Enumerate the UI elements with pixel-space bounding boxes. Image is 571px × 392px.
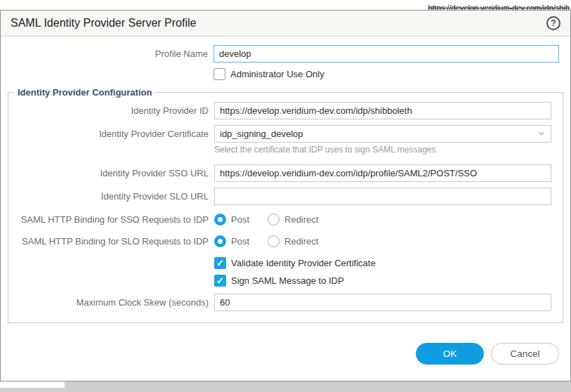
help-icon[interactable]: ? bbox=[546, 16, 560, 30]
idp-configuration-legend: Identity Provider Configuration bbox=[14, 87, 155, 98]
idp-id-input[interactable] bbox=[214, 102, 551, 119]
idp-id-row: Identity Provider ID bbox=[8, 102, 563, 119]
clock-skew-row: Maximum Clock Skew (seconds) bbox=[8, 294, 563, 311]
idp-certificate-select[interactable]: idp_signing_develop ⌄ bbox=[214, 125, 551, 143]
sign-saml-checkbox[interactable]: ✓ bbox=[214, 275, 226, 287]
background-page-bottom-white bbox=[0, 381, 65, 388]
profile-name-input[interactable] bbox=[214, 45, 559, 63]
clock-skew-label: Maximum Clock Skew (seconds) bbox=[8, 296, 214, 308]
sso-url-label: Identity Provider SSO URL bbox=[8, 167, 214, 179]
idp-id-label: Identity Provider ID bbox=[8, 105, 214, 117]
radio-post[interactable] bbox=[214, 235, 226, 247]
radio-post-label: Post bbox=[231, 214, 249, 225]
profile-name-label: Profile Name bbox=[1, 48, 214, 60]
saml-idp-server-profile-dialog: SAML Identity Provider Server Profile ? … bbox=[0, 10, 571, 381]
dialog-title: SAML Identity Provider Server Profile bbox=[11, 17, 196, 30]
check-icon: ✓ bbox=[216, 259, 224, 268]
background-page-top: https://develop.veridium-dev.com/idp/shi… bbox=[0, 0, 571, 10]
sso-binding-redirect-option[interactable]: Redirect bbox=[268, 214, 318, 226]
sso-url-input[interactable] bbox=[214, 164, 551, 182]
sso-binding-row: SAML HTTP Binding for SSO Requests to ID… bbox=[8, 214, 563, 226]
admin-only-row: ✓ Administrator Use Only bbox=[1, 68, 570, 80]
clock-skew-input[interactable] bbox=[214, 294, 551, 311]
slo-url-label: Identity Provider SLO URL bbox=[8, 190, 214, 202]
dialog-footer: OK Cancel bbox=[1, 343, 570, 365]
slo-binding-row: SAML HTTP Binding for SLO Requests to ID… bbox=[8, 235, 563, 247]
sso-binding-post-option[interactable]: Post bbox=[214, 214, 249, 226]
idp-certificate-hint: Select the certificate that IDP uses to … bbox=[214, 145, 436, 155]
idp-certificate-label: Identity Provider Certificate bbox=[8, 128, 214, 140]
validate-cert-label: Validate Identity Provider Certificate bbox=[231, 258, 376, 268]
radio-post[interactable] bbox=[214, 214, 226, 226]
check-icon: ✓ bbox=[216, 276, 224, 285]
ok-button[interactable]: OK bbox=[416, 343, 484, 365]
radio-redirect[interactable] bbox=[268, 214, 280, 226]
idp-certificate-value: idp_signing_develop bbox=[220, 129, 303, 139]
dialog-body: Profile Name ✓ Administrator Use Only Id… bbox=[1, 37, 570, 381]
sign-saml-label: Sign SAML Message to IDP bbox=[231, 275, 344, 286]
admin-only-label: Administrator Use Only bbox=[230, 69, 324, 79]
background-page-bottom bbox=[0, 381, 571, 392]
cancel-button[interactable]: Cancel bbox=[491, 343, 559, 365]
slo-binding-post-option[interactable]: Post bbox=[214, 235, 249, 247]
validate-cert-checkbox[interactable]: ✓ bbox=[214, 257, 226, 269]
radio-redirect[interactable] bbox=[268, 235, 280, 247]
profile-name-row: Profile Name bbox=[1, 45, 570, 63]
sso-binding-label: SAML HTTP Binding for SSO Requests to ID… bbox=[8, 214, 214, 226]
slo-binding-redirect-option[interactable]: Redirect bbox=[268, 235, 318, 247]
radio-post-label: Post bbox=[231, 236, 249, 247]
slo-url-input[interactable] bbox=[214, 188, 551, 205]
slo-url-row: Identity Provider SLO URL bbox=[8, 188, 563, 205]
dialog-header: SAML Identity Provider Server Profile ? bbox=[1, 11, 570, 37]
admin-only-checkbox[interactable]: ✓ bbox=[214, 68, 225, 80]
idp-configuration-group: Identity Provider Configuration Identity… bbox=[8, 87, 563, 323]
slo-binding-label: SAML HTTP Binding for SLO Requests to ID… bbox=[8, 235, 214, 247]
validate-cert-row: ✓ Validate Identity Provider Certificate bbox=[8, 257, 563, 269]
idp-certificate-hint-row: Select the certificate that IDP uses to … bbox=[8, 145, 563, 155]
idp-certificate-row: Identity Provider Certificate idp_signin… bbox=[8, 125, 563, 143]
background-url-text: https://develop.veridium-dev.com/idp/shi… bbox=[428, 4, 571, 10]
sso-url-row: Identity Provider SSO URL bbox=[8, 164, 563, 182]
chevron-down-icon: ⌄ bbox=[537, 128, 546, 135]
page: https://develop.veridium-dev.com/idp/shi… bbox=[0, 0, 571, 392]
radio-redirect-label: Redirect bbox=[284, 236, 318, 247]
sign-saml-row: ✓ Sign SAML Message to IDP bbox=[8, 275, 563, 287]
radio-redirect-label: Redirect bbox=[284, 214, 318, 225]
